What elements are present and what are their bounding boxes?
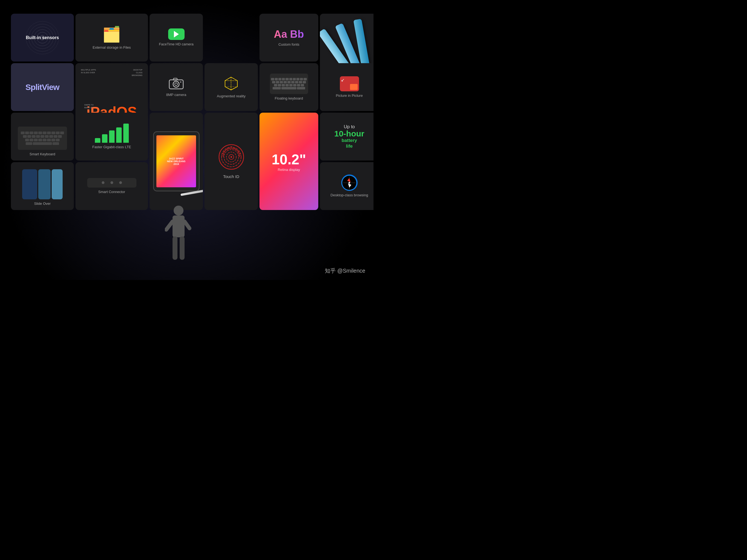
pip-icon: ↙: [340, 76, 359, 91]
connector-dot-1: [102, 181, 104, 184]
slideapp-panels: [22, 169, 62, 199]
facetime-label: FaceTime HD camera: [159, 42, 194, 47]
svg-point-27: [349, 182, 350, 183]
camera-svg: [169, 77, 184, 90]
retina-label: Retina display: [278, 168, 300, 172]
tile-battery: Up to 10-hour battery life: [320, 113, 374, 160]
smart-keyboard-label: Smart Keyboard: [29, 152, 55, 157]
touch-id-label: Touch ID: [223, 174, 239, 179]
sensors-label: Built-in sensors: [26, 35, 59, 40]
custom-fonts-display: Aa Bb: [274, 28, 304, 40]
retina-size: 10.2": [272, 151, 306, 168]
tile-external-storage: 🗂️ External storage in Files: [75, 14, 148, 61]
sensors-visual: Built-in sensors: [25, 20, 60, 55]
svg-point-20: [231, 156, 232, 158]
tile-ar: Augmented reality: [205, 63, 258, 111]
ipados-annotation-ml: SWIPE TOMARK UP: [84, 104, 94, 109]
ar-label: Augmented reality: [217, 94, 246, 99]
tile-retina: 10.2" Retina display: [259, 113, 318, 210]
tile-touch-id: Touch ID: [205, 113, 258, 210]
fkey-row-2: [271, 81, 307, 83]
ipad-screen: JAZZ SPIRITNEW ORLEANS2019: [156, 135, 196, 187]
lte-bar-2: [102, 134, 107, 143]
lte-bar-5: [123, 124, 129, 143]
tile-builtin-sensors: Built-in sensors: [11, 14, 74, 61]
camera-icon: [169, 77, 184, 91]
fingerprint-svg: [217, 143, 245, 171]
keyboard-visual: [18, 127, 67, 150]
tile-desktop-browsing: Desktop-class browsing: [320, 162, 374, 210]
pip-arrow-icon: ↙: [341, 77, 344, 82]
slide-over-label: Slide Over: [34, 202, 51, 206]
safari-svg: [342, 175, 357, 190]
custom-fonts-label: Custom fonts: [278, 42, 300, 47]
svg-point-28: [174, 206, 183, 215]
keyboard-row-3: [19, 138, 66, 142]
lte-bar-1: [95, 138, 100, 143]
tile-facetime: FaceTime HD camera: [150, 14, 203, 61]
tile-smart-keyboard: Smart Keyboard: [11, 113, 74, 160]
svg-rect-32: [173, 236, 177, 260]
lte-bars-visual: [95, 124, 129, 143]
facetime-play-icon: [174, 31, 179, 37]
ipados-annotation-tr: DESKTOPCLASSBROWSING: [132, 69, 143, 77]
folder-icon: 🗂️: [102, 25, 121, 43]
fkey-row-4: [271, 87, 307, 90]
presenter-svg: [165, 202, 192, 262]
svg-point-7: [173, 81, 179, 87]
panel-2: [38, 169, 51, 199]
tile-floating-keyboard: Floating keyboard: [259, 63, 318, 111]
battery-life-1: battery: [334, 138, 364, 143]
keyboard-row-2: [19, 135, 66, 138]
connector-dot-3: [119, 181, 122, 184]
keyboard-row-4: [19, 142, 66, 145]
battery-text: Up to 10-hour battery life: [334, 124, 364, 149]
tile-8mp-camera: 8MP camera: [150, 63, 203, 111]
tile-custom-fonts: Aa Bb Custom fonts: [259, 14, 318, 61]
tile-splitview: SplitView: [11, 63, 74, 111]
svg-line-31: [185, 222, 189, 228]
desktop-browsing-label: Desktop-class browsing: [331, 193, 368, 198]
pip-small-screen: [350, 84, 358, 90]
stage: Built-in sensors 🗂️ External storage in …: [0, 0, 374, 280]
camera-8mp-label: 8MP camera: [166, 93, 186, 97]
speaker-silhouette: [165, 202, 192, 263]
tile-pip: ↙ Picture in Picture: [320, 63, 374, 111]
tile-slide-over: Slide Over: [11, 162, 74, 210]
ipad-screen-content: JAZZ SPIRITNEW ORLEANS2019: [167, 157, 186, 166]
pip-label: Picture in Picture: [336, 94, 363, 98]
tile-ipad-image: JAZZ SPIRITNEW ORLEANS2019: [150, 113, 203, 210]
svg-rect-33: [180, 236, 185, 260]
lte-bar-3: [109, 130, 114, 143]
ipad-device: JAZZ SPIRITNEW ORLEANS2019: [153, 131, 200, 192]
touch-id-icon: [217, 143, 245, 172]
ipad-visual: JAZZ SPIRITNEW ORLEANS2019: [153, 116, 200, 207]
splitview-text: SplitView: [25, 82, 59, 92]
tile-smart-connector: Smart Connector: [75, 162, 148, 210]
connector-visual: [87, 178, 136, 187]
battery-upto: Up to: [334, 124, 364, 130]
connector-dot-2: [110, 181, 113, 184]
fkey-row-1: [271, 78, 307, 80]
lte-bar-4: [116, 127, 122, 143]
facetime-icon: [168, 28, 185, 40]
svg-rect-29: [173, 215, 185, 237]
panel-1: [22, 169, 37, 199]
ar-icon: [224, 76, 239, 92]
svg-line-30: [166, 222, 173, 230]
ipad-device-container: JAZZ SPIRITNEW ORLEANS2019: [153, 131, 200, 192]
keyboard-row-1: [19, 131, 66, 134]
panel-3: [52, 169, 62, 199]
ipados-annotation-top: MULTIPLE APPSIN SLIDE OVER: [81, 69, 96, 74]
fkey-row-3: [271, 84, 307, 86]
safari-icon: [341, 175, 358, 191]
external-storage-label: External storage in Files: [93, 45, 131, 50]
floating-keyboard-label: Floating keyboard: [275, 96, 303, 101]
battery-hours: 10-hour: [334, 130, 364, 138]
floating-keyboard-visual: [270, 74, 308, 94]
svg-point-10: [180, 81, 181, 82]
ar-cube-svg: [224, 76, 239, 91]
tile-faster-lte: Faster Gigabit-class LTE: [75, 113, 148, 160]
svg-point-8: [175, 83, 177, 85]
battery-life-2: life: [334, 144, 364, 149]
